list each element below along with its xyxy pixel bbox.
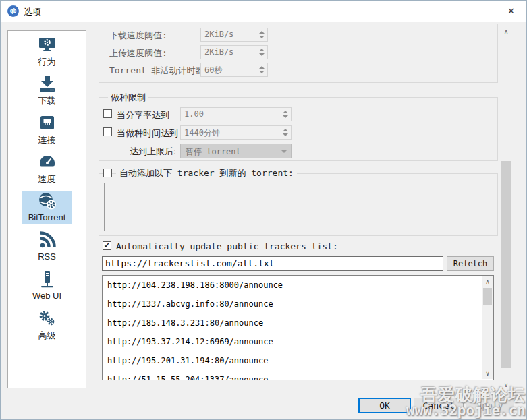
inactivity-timer-label: Torrent 非活动计时器: [109, 65, 209, 77]
trackers-url-input[interactable]: https://trackerslist.com/all.txt [102, 256, 443, 271]
scrollbar-thumb[interactable] [501, 161, 511, 368]
share-ratio-label: 当分享率达到 [117, 109, 169, 121]
seeding-limits-title: 做种限制 [108, 92, 148, 104]
limit-action-dropdown[interactable]: 暂停 torrent [180, 144, 292, 158]
title-bar: qb 选项 [1, 1, 526, 22]
cancel-button-label: Cancel [423, 400, 455, 411]
sidebar-item-rss[interactable]: RSS [22, 230, 72, 264]
upload-threshold-label: 上传速度阈值: [109, 47, 167, 59]
tracker-list-item[interactable]: http://195.201.31.194:80/announce [107, 356, 268, 365]
globe-gear-icon [37, 191, 57, 211]
ok-button-label: OK [379, 400, 390, 411]
sidebar-item-bittorrent[interactable]: BitTorrent [22, 191, 72, 224]
seeding-limits-group: 做种限制 当分享率达到 1.00 当做种时间达到 1440分钟 达到上限后: 暂… [99, 97, 498, 161]
window-title: 选项 [24, 6, 41, 18]
sidebar-item-label: 下载 [38, 95, 56, 107]
download-icon [37, 73, 57, 94]
sidebar-item-advanced[interactable]: 高级 [22, 308, 72, 342]
trackers-url-value: https://trackerslist.com/all.txt [105, 258, 274, 268]
tracker-list-scrollbar[interactable] [482, 276, 493, 379]
sidebar-item-webui[interactable]: Web UI [22, 269, 72, 303]
sidebar-item-downloads[interactable]: 下载 [22, 73, 72, 107]
ok-button[interactable]: OK [358, 398, 411, 413]
tracker-list[interactable]: http://104.238.198.186:8000/announce htt… [102, 275, 494, 380]
cancel-button[interactable]: Cancel [414, 398, 464, 413]
chevron-down-icon [281, 150, 287, 153]
ethernet-icon [37, 113, 57, 133]
sidebar-item-label: BitTorrent [28, 212, 66, 222]
auto-update-trackers-checkbox[interactable] [103, 241, 111, 250]
scroll-up-icon[interactable] [501, 26, 511, 37]
settings-sidebar: 行为 下载 连接 速度 [7, 30, 86, 388]
sidebar-item-label: RSS [38, 251, 56, 262]
sidebar-item-label: 行为 [38, 56, 56, 68]
auto-add-trackers-label: 自动添加以下 tracker 到新的 torrent: [116, 167, 297, 179]
download-threshold-label: 下载速度阈值: [109, 30, 167, 42]
share-ratio-checkbox[interactable] [103, 109, 112, 118]
scroll-up-icon[interactable] [482, 276, 493, 287]
speedometer-icon [37, 152, 57, 172]
auto-add-trackers-group: 自动添加以下 tracker 到新的 torrent: [99, 173, 498, 236]
auto-add-trackers-checkbox[interactable] [103, 169, 112, 177]
sidebar-item-behavior[interactable]: 行为 [22, 34, 72, 68]
tracker-list-item[interactable]: http://51.15.55.204:1337/announce [107, 375, 268, 380]
scrollbar-thumb[interactable] [483, 288, 492, 305]
qbittorrent-logo-icon: qb [7, 5, 19, 17]
spinner-value: 2KiB/s [204, 30, 233, 39]
sidebar-item-connection[interactable]: 连接 [22, 113, 72, 146]
seeding-time-spinner[interactable]: 1440分钟 [180, 125, 292, 140]
monitor-gear-icon [37, 34, 57, 55]
sidebar-item-label: Web UI [32, 291, 61, 301]
apply-button[interactable]: Apply [466, 398, 514, 413]
gears-icon [37, 308, 57, 328]
page-scrollbar[interactable] [501, 26, 511, 390]
additional-trackers-textarea[interactable] [104, 183, 493, 231]
dropdown-value: 暂停 torrent [186, 147, 241, 156]
seeding-time-checkbox[interactable] [103, 127, 112, 136]
server-icon [37, 269, 57, 289]
options-dialog: qb 选项 行为 下载 [0, 0, 527, 420]
rate-limit-group: 下载速度阈值: 上传速度阈值: Torrent 非活动计时器: 2KiB/s 2… [99, 24, 498, 83]
upload-threshold-spinner[interactable]: 2KiB/s [200, 45, 268, 59]
tracker-list-item[interactable]: http://193.37.214.12:6969/announce [107, 337, 273, 347]
tracker-list-item[interactable]: http://185.148.3.231:80/announce [107, 318, 263, 328]
spinner-arrows-icon[interactable] [283, 126, 288, 139]
spinner-arrows-icon[interactable] [283, 108, 288, 121]
seeding-time-label: 当做种时间达到 [117, 127, 178, 140]
spinner-value: 60秒 [204, 65, 222, 75]
spinner-value: 2KiB/s [204, 47, 233, 57]
sidebar-item-label: 连接 [38, 134, 56, 146]
spinner-arrows-icon[interactable] [259, 46, 265, 59]
close-icon[interactable] [496, 1, 526, 22]
spinner-arrows-icon[interactable] [259, 28, 265, 41]
spinner-value: 1.00 [184, 109, 204, 119]
sidebar-item-speed[interactable]: 速度 [22, 152, 72, 185]
spinner-value: 1440分钟 [184, 128, 220, 138]
limit-action-label: 达到上限后: [130, 146, 176, 158]
inactivity-timer-spinner[interactable]: 60秒 [200, 63, 268, 77]
share-ratio-spinner[interactable]: 1.00 [180, 107, 292, 121]
download-threshold-spinner[interactable]: 2KiB/s [200, 28, 268, 42]
spinner-arrows-icon[interactable] [259, 63, 265, 76]
scroll-down-icon[interactable] [501, 380, 511, 390]
sidebar-item-label: 高级 [38, 330, 56, 342]
sidebar-item-label: 速度 [38, 173, 56, 185]
auto-update-trackers-label: Automatically update public trackers lis… [116, 241, 338, 251]
tracker-list-item[interactable]: http://104.238.198.186:8000/announce [107, 280, 283, 290]
refetch-button-label: Refetch [453, 259, 488, 268]
scroll-down-icon[interactable] [482, 368, 493, 379]
tracker-list-item[interactable]: http://1337.abcvg.info:80/announce [107, 299, 273, 309]
apply-button-label: Apply [476, 400, 503, 411]
rss-icon [37, 230, 57, 250]
refetch-button[interactable]: Refetch [447, 256, 494, 271]
